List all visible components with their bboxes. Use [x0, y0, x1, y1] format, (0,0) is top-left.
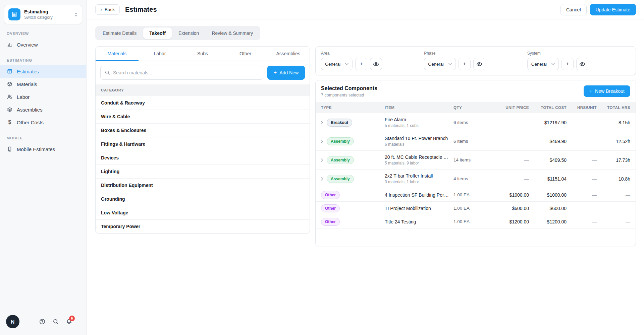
sidebar-footer: N 6	[0, 308, 86, 335]
category-row[interactable]: Grounding	[96, 192, 310, 206]
breakout-filters: Area General +	[315, 46, 636, 75]
category-row[interactable]: Wire & Cable	[96, 110, 310, 124]
avatar[interactable]: N	[6, 315, 19, 328]
estimating-app-icon	[8, 8, 20, 20]
total-cost-cell: $12197.90	[529, 120, 567, 125]
tab-materials[interactable]: Materials	[96, 47, 139, 61]
search-icon	[105, 70, 110, 75]
category-row[interactable]: Fittings & Hardware	[96, 137, 310, 151]
update-estimate-button[interactable]: Update Estimate	[590, 4, 636, 15]
unit-price-cell: $1000.00	[485, 192, 529, 198]
tab-takeoff[interactable]: Takeoff	[143, 27, 172, 39]
dollar-icon: $	[7, 120, 13, 125]
sidebar-item-mobile-estimates[interactable]: Mobile Estimates	[0, 143, 86, 155]
view-phase-button[interactable]	[473, 58, 485, 70]
workspace-title: Estimating	[24, 9, 70, 14]
bar-chart-icon	[7, 42, 13, 47]
table-row[interactable]: Other 4 Inspection SF Building Permit 1.…	[316, 188, 636, 202]
table-row[interactable]: Breakout Fire Alarm 5 materials, 1 subs …	[316, 113, 636, 132]
item-details: 5 materials, 9 labor	[385, 161, 453, 165]
phase-select-value: General	[428, 62, 443, 67]
type-badge: Other	[321, 204, 340, 212]
item-name: TI Project Mobilization	[385, 206, 453, 211]
back-label: Back	[105, 7, 115, 12]
search-input[interactable]	[113, 70, 259, 75]
table-row[interactable]: Other TI Project Mobilization 1.00 EA $6…	[316, 202, 636, 215]
sidebar-item-materials[interactable]: Materials	[0, 78, 86, 90]
qty-cell: 1.00 EA	[453, 206, 485, 211]
unit-price-cell: —	[485, 157, 529, 163]
estimate-step-tabs: Estimate Details Takeoff Extension Revie…	[95, 26, 260, 40]
col-item: ITEM	[385, 106, 453, 110]
sidebar-item-other-costs[interactable]: $ Other Costs	[0, 116, 86, 129]
add-area-button[interactable]: +	[355, 58, 367, 70]
category-row[interactable]: Low Voltage	[96, 206, 310, 220]
bell-icon[interactable]: 6	[66, 319, 72, 325]
tab-extension[interactable]: Extension	[172, 27, 205, 39]
total-cost-cell: $1151.04	[529, 176, 567, 182]
col-unit-price: UNIT PRICE	[485, 106, 529, 110]
add-new-button[interactable]: + Add New	[267, 66, 305, 80]
chevron-right-icon[interactable]	[321, 140, 323, 143]
unit-price-cell: $600.00	[485, 206, 529, 211]
add-phase-button[interactable]: +	[459, 58, 471, 70]
table-row[interactable]: Other Title 24 Testing 1.00 EA $1200.00 …	[316, 215, 636, 228]
users-icon	[7, 94, 13, 99]
sidebar-item-label: Overview	[17, 42, 38, 48]
add-system-button[interactable]: +	[561, 58, 574, 70]
footer-icons: 6	[39, 319, 72, 325]
category-row[interactable]: Lighting	[96, 165, 310, 179]
components-table-header: TYPE ITEM QTY UNIT PRICE TOTAL COST HRS/…	[316, 102, 636, 113]
category-row[interactable]: Boxes & Enclosures	[96, 124, 310, 137]
section-label-overview: OVERVIEW	[7, 31, 86, 36]
category-row[interactable]: Distribution Equipment	[96, 179, 310, 192]
table-row[interactable]: Assembly Standard 10 Ft. Power Branch 6 …	[316, 132, 636, 151]
table-row[interactable]: Assembly 2x2 T-bar Troffer Install 3 mat…	[316, 170, 636, 188]
back-button[interactable]: ‹ Back	[95, 4, 120, 15]
item-name: 4 Inspection SF Building Permit	[385, 192, 453, 198]
chevron-right-icon[interactable]	[321, 177, 323, 181]
tab-assemblies[interactable]: Assemblies	[267, 47, 310, 61]
chevron-right-icon[interactable]	[321, 121, 323, 124]
hrs-unit-cell: —	[567, 139, 597, 144]
sidebar-item-estimates[interactable]: Estimates	[0, 65, 86, 78]
sidebar: Estimating Switch category OVERVIEW Over…	[0, 0, 87, 335]
help-icon[interactable]	[39, 319, 45, 325]
tab-labor[interactable]: Labor	[139, 47, 181, 61]
category-row[interactable]: Devices	[96, 151, 310, 165]
tab-estimate-details[interactable]: Estimate Details	[97, 27, 143, 39]
sidebar-item-overview[interactable]: Overview	[0, 38, 86, 51]
table-row[interactable]: Assembly 20 ft. MC Cable Receptacle R...…	[316, 151, 636, 170]
add-new-label: Add New	[279, 70, 299, 75]
category-row[interactable]: Temporary Power	[96, 220, 310, 233]
header-actions: Cancel Update Estimate	[560, 4, 636, 15]
system-select[interactable]: General	[527, 58, 559, 70]
view-area-button[interactable]	[370, 58, 382, 70]
section-label-mobile: MOBILE	[7, 136, 86, 140]
main-area: ‹ Back Estimates Cancel Update Estimate …	[87, 0, 644, 335]
phase-select[interactable]: General	[424, 58, 455, 70]
cancel-button[interactable]: Cancel	[560, 4, 587, 15]
hrs-unit-cell: —	[567, 219, 597, 224]
new-breakout-button[interactable]: + New Breakout	[584, 85, 630, 97]
hrs-unit-cell: —	[567, 206, 597, 211]
sidebar-item-assemblies[interactable]: Assemblies	[0, 103, 86, 116]
switch-category-icon[interactable]	[74, 12, 78, 17]
notification-badge: 6	[69, 316, 75, 321]
tab-review-summary[interactable]: Review & Summary	[206, 27, 259, 39]
search-icon[interactable]	[53, 319, 59, 325]
tab-subs[interactable]: Subs	[181, 47, 224, 61]
sidebar-item-labor[interactable]: Labor	[0, 90, 86, 103]
tab-other[interactable]: Other	[224, 47, 267, 61]
workspace-switcher[interactable]: Estimating Switch category	[4, 5, 82, 24]
area-select[interactable]: General	[321, 58, 353, 70]
chevron-right-icon[interactable]	[321, 158, 323, 162]
sidebar-item-label: Materials	[17, 81, 37, 87]
total-hrs-cell: —	[597, 206, 630, 211]
components-column: Area General +	[315, 46, 636, 246]
category-row[interactable]: Conduit & Raceway	[96, 96, 310, 110]
workspace-text: Estimating Switch category	[24, 9, 70, 20]
col-total-hrs: TOTAL HRS	[597, 106, 630, 110]
view-system-button[interactable]	[576, 58, 588, 70]
new-breakout-label: New Breakout	[595, 88, 625, 94]
